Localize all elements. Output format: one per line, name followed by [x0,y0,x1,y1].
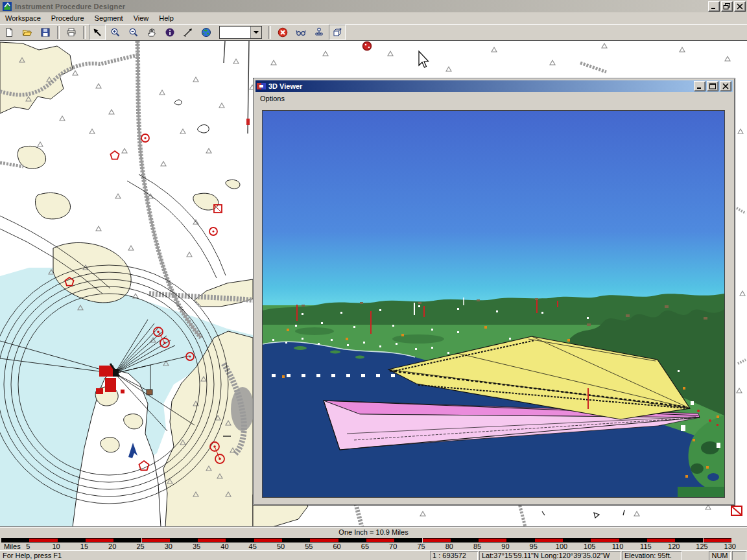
viewer-icon [257,82,266,91]
ruler-tick-label: 60 [333,542,340,550]
ruler-segment [198,538,226,542]
ruler-tick-label: 70 [389,542,397,550]
select-tool-button[interactable] [89,25,106,40]
menu-procedure[interactable]: Procedure [46,13,89,23]
chevron-down-icon [254,31,259,34]
sky [263,111,724,312]
ruler-tick-label: 10 [52,542,60,550]
preview-glasses-button[interactable] [292,25,309,40]
status-elevation: Elevation: 95ft. [622,551,682,560]
maximize-icon [709,83,717,89]
scale-bar-button[interactable] [311,25,327,40]
ruler-segment [310,538,338,542]
viewer-3d-render[interactable] [262,110,725,498]
zoom-in-icon [110,27,121,38]
combobox-field[interactable] [220,27,250,38]
new-document-button[interactable] [1,25,18,40]
status-coordinates: Lat:37°15'59.11"N Long:120°39'35.02"W [479,551,621,560]
status-spacer [682,551,708,560]
title-bar[interactable]: Instrument Procedure Designer [0,0,747,12]
print-button[interactable] [63,25,80,40]
minimize-button[interactable] [708,1,720,12]
scale-caption-strip: One Inch = 10.9 Miles [0,526,747,538]
ruler-segment [142,538,170,542]
zoom-out-button[interactable] [125,25,142,40]
open-folder-button[interactable] [19,25,36,40]
restore-icon [723,3,731,10]
ruler-tick-label: 75 [417,542,425,550]
viewer-maximize-button[interactable] [707,81,718,91]
delete-icon [278,27,288,38]
ruler-segment [58,538,86,542]
scale-caption: One Inch = 10.9 Miles [338,528,408,536]
ruler-segment [704,538,731,542]
menu-view[interactable]: View [128,13,154,23]
ruler-segment [506,538,534,542]
viewer-window[interactable]: 3D Viewer Options [253,78,735,506]
ruler-tick-label: 15 [80,542,88,550]
status-num-lock: NUM [709,551,731,560]
new-document-icon [4,27,14,38]
ruler-tick-label: 65 [361,542,369,550]
ruler-tick-label: 85 [473,542,481,550]
ruler-segment [675,538,703,542]
save-icon [40,27,51,38]
minimize-icon [710,3,718,10]
scene-3d [263,111,724,497]
ruler-tick-label: 5 [26,542,30,550]
ruler-segment [254,538,282,542]
close-button[interactable] [734,1,746,12]
cube-3d-icon [332,27,342,38]
ruler-segment [29,538,57,542]
viewer-title: 3D Viewer [268,82,694,90]
status-end-panel [732,551,746,560]
ruler-segment [226,538,254,542]
close-icon [736,3,744,10]
scale-bar-icon [314,27,324,38]
pan-hand-icon [147,27,157,38]
status-scale: 1 : 693572 [430,551,478,560]
viewer-3d-button[interactable] [329,25,346,40]
map-urban-blob [231,387,254,431]
info-button[interactable] [161,25,178,40]
ruler-tick-label: 95 [530,542,538,550]
open-folder-icon [22,27,32,38]
ruler-tick-label: 35 [193,542,200,550]
ruler-segment [86,538,113,542]
ruler-segment [563,538,591,542]
procedure-combobox[interactable] [219,26,262,39]
toolbar-separator [57,26,60,39]
delete-button[interactable] [274,25,291,40]
status-help-text: For Help, press F1 [0,551,429,560]
ruler-tick-label: 105 [584,542,595,550]
restore-button[interactable] [721,1,733,12]
viewer-minimize-button[interactable] [694,81,706,91]
ruler-segment [394,538,422,542]
ruler-segment [535,538,563,542]
ruler-tick-label: 25 [136,542,144,550]
ruler-tick-label: 100 [556,542,567,550]
status-bar: For Help, press F1 1 : 693572 Lat:37°15'… [0,550,747,560]
ruler-tick-label: 45 [249,542,257,550]
viewer-title-bar[interactable]: 3D Viewer [255,80,733,92]
ruler-segment [479,538,506,542]
save-button[interactable] [37,25,54,40]
ruler-tick-label: 40 [220,542,228,550]
menu-workspace[interactable]: Workspace [0,13,46,23]
menu-segment[interactable]: Segment [89,13,128,23]
zoom-in-button[interactable] [107,25,124,40]
ruler-segment [619,538,647,542]
print-icon [66,27,77,38]
zoom-out-icon [128,27,139,38]
toolbar-separator [268,26,271,39]
ruler-tick-label: 130 [724,542,736,550]
pan-hand-button[interactable] [143,25,160,40]
measure-button[interactable] [180,25,196,40]
toolbar-separator [83,26,86,39]
menu-options[interactable]: Options [255,93,289,104]
menu-help[interactable]: Help [154,13,179,23]
viewer-close-button[interactable] [720,81,731,91]
globe-button[interactable] [198,25,215,40]
ruler-tick-label: 30 [165,542,172,550]
combobox-dropdown-button[interactable] [250,27,261,38]
